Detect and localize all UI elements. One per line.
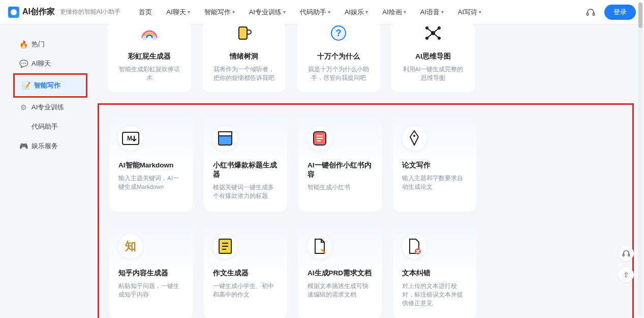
card-desc: 对上传的文本进行校对，标注错误文本并提供修正意见 (402, 282, 467, 308)
svg-text:?: ? (336, 28, 342, 38)
back-to-top-icon[interactable]: ⇧ (619, 267, 634, 282)
nav-item-0[interactable]: 首页 (139, 8, 152, 17)
rainbow-icon (138, 21, 161, 45)
nav-label: AI语音 (420, 8, 440, 17)
nav-item-4[interactable]: 代码助手▾ (300, 8, 330, 17)
mindmap-icon (421, 21, 445, 45)
card-title: 小红书爆款标题生成器 (213, 161, 278, 179)
sidebar-label: AI专业训练 (32, 103, 64, 112)
card-desc: 输入主题关键词，AI一键生成Markdown (118, 174, 183, 192)
nav-label: 智能写作 (204, 8, 231, 17)
sidebar-item-0[interactable]: 🔥热门 (13, 35, 107, 54)
markdown-icon: M (118, 126, 143, 151)
svg-point-3 (152, 36, 157, 40)
header-right: 登录 (586, 5, 636, 20)
sidebar-label: 代码助手 (32, 122, 58, 131)
card-title: AI一键创作小红书内容 (308, 161, 373, 179)
svg-rect-0 (587, 13, 589, 15)
sidebar-icon: ⚙ (19, 103, 27, 111)
floating-actions: ⇧ (619, 246, 634, 282)
scrollbar[interactable] (638, 2, 643, 316)
nav-item-3[interactable]: AI专业训练▾ (249, 8, 286, 17)
brand-tagline: 更懂你的智能AI小助手 (60, 8, 120, 16)
sidebar-label: 热门 (32, 40, 45, 49)
sidebar-label: AI聊天 (32, 59, 51, 68)
login-button[interactable]: 登录 (604, 5, 636, 20)
sidebar-item-3[interactable]: ⚙AI专业训练 (13, 98, 107, 117)
sidebar: 🔥热门💬AI聊天📝智能写作⚙AI专业训练代码助手🎮娱乐服务 (0, 24, 107, 318)
scrollbar-thumb[interactable] (638, 3, 642, 28)
svg-rect-22 (628, 254, 630, 256)
nav-item-5[interactable]: AI娱乐▾ (345, 8, 368, 17)
tool-card[interactable]: 文本纠错 对上传的文本进行校对，标注错误文本并提供修正意见 (393, 223, 476, 319)
prd-icon (308, 234, 332, 258)
nav-label: AI娱乐 (345, 8, 364, 17)
nav-item-6[interactable]: AI绘画▾ (382, 8, 406, 17)
feature-card[interactable]: 情绪树洞 我将作为一个倾听者，把你的烦恼都告诉我吧 (202, 21, 286, 92)
nav-item-1[interactable]: AI聊天▾ (166, 8, 190, 17)
card-desc: 智能生成彩虹屁吹捧话术 (117, 65, 182, 83)
grid-row: 知 知乎内容生成器 粘贴知乎问题，一键生成知乎内容 作文生成器 一键生成小学生、… (109, 223, 622, 319)
tool-card[interactable]: 论文写作 输入主题和字数要求自动生成论文 (393, 115, 476, 212)
error-icon (402, 234, 426, 258)
card-desc: 根据文本描述生成可快速编辑的需求文档 (308, 282, 373, 300)
card-title: AI智能Markdown (118, 161, 183, 170)
chevron-down-icon: ▾ (283, 9, 286, 15)
tool-card[interactable]: 小红书爆款标题生成器 根据关键词一键生成多个有爆款潜力的标题 (204, 115, 287, 212)
top-feature-row: 彩虹屁生成器 智能生成彩虹屁吹捧话术 情绪树洞 我将作为一个倾听者，把你的烦恼都… (108, 21, 634, 92)
chevron-down-icon: ▾ (328, 9, 330, 15)
sidebar-label: 智能写作 (34, 81, 60, 90)
nav-label: 首页 (139, 8, 152, 17)
zhi-icon: 知 (118, 234, 143, 258)
sidebar-item-4[interactable]: 代码助手 (13, 117, 107, 136)
feature-card[interactable]: ? 十万个为什么 我是十万个为什么小助手，尽管向我提问吧 (297, 21, 380, 92)
sidebar-item-2[interactable]: 📝智能写作 (16, 76, 85, 95)
headset-icon[interactable] (586, 8, 595, 17)
svg-rect-21 (623, 254, 624, 256)
top-nav: 首页AI聊天▾智能写作▾AI专业训练▾代码助手▾AI娱乐▾AI绘画▾AI语音▾A… (139, 8, 481, 17)
nav-item-8[interactable]: AI写诗▾ (458, 8, 481, 17)
doc-icon (213, 234, 237, 258)
card-desc: 输入主题和字数要求自动生成论文 (402, 174, 467, 192)
svg-point-2 (142, 36, 146, 40)
sidebar-item-5[interactable]: 🎮娱乐服务 (13, 136, 107, 156)
card-desc: 我是十万个为什么小助手，尽管向我提问吧 (306, 65, 371, 83)
svg-rect-4 (239, 27, 247, 39)
brand-logo[interactable]: AI创作家 (8, 7, 55, 18)
chevron-down-icon: ▾ (441, 9, 444, 15)
feature-card[interactable]: AI思维导图 利用AI一键生成完整的思维导图 (391, 21, 475, 92)
nav-label: AI聊天 (166, 8, 186, 17)
card-title: 情绪树洞 (230, 52, 258, 61)
sidebar-icon: 🔥 (19, 40, 27, 48)
nav-item-2[interactable]: 智能写作▾ (204, 8, 235, 17)
pen-icon (402, 126, 426, 151)
chevron-down-icon: ▾ (232, 9, 235, 15)
nav-label: AI专业训练 (249, 8, 282, 17)
tool-card[interactable]: AI生成PRD需求文档 根据文本描述生成可快速编辑的需求文档 (298, 223, 382, 319)
card-title: AI思维导图 (415, 52, 451, 61)
tool-card[interactable]: M AI智能Markdown 输入主题关键词，AI一键生成Markdown (109, 115, 193, 212)
chevron-down-icon: ▾ (188, 9, 190, 15)
window-icon (213, 126, 237, 151)
card-title: 作文生成器 (213, 269, 278, 278)
tool-card[interactable]: AI一键创作小红书内容 智能生成小红书 (298, 115, 382, 212)
card-desc: 粘贴知乎问题，一键生成知乎内容 (118, 282, 183, 300)
card-title: 文本纠错 (402, 269, 467, 278)
app-header: AI创作家 更懂你的智能AI小助手 首页AI聊天▾智能写作▾AI专业训练▾代码助… (0, 0, 644, 24)
nav-item-7[interactable]: AI语音▾ (420, 8, 444, 17)
svg-point-17 (413, 135, 415, 137)
card-title: 十万个为什么 (317, 52, 360, 61)
tool-card[interactable]: 作文生成器 一键生成小学生、初中和高中的作文 (204, 223, 287, 319)
chevron-down-icon: ▾ (404, 9, 406, 15)
tool-card[interactable]: 知 知乎内容生成器 粘贴知乎问题，一键生成知乎内容 (109, 223, 193, 319)
cup-icon (232, 21, 256, 45)
card-title: 论文写作 (402, 161, 467, 170)
support-icon[interactable] (619, 246, 634, 261)
sidebar-item-1[interactable]: 💬AI聊天 (13, 54, 107, 73)
sidebar-icon: 📝 (22, 81, 30, 90)
feature-card[interactable]: 彩虹屁生成器 智能生成彩虹屁吹捧话术 (108, 21, 191, 92)
svg-text:M: M (127, 135, 132, 142)
svg-rect-15 (219, 132, 232, 136)
card-desc: 根据关键词一键生成多个有爆款潜力的标题 (213, 183, 278, 201)
card-desc: 智能生成小红书 (308, 183, 373, 192)
